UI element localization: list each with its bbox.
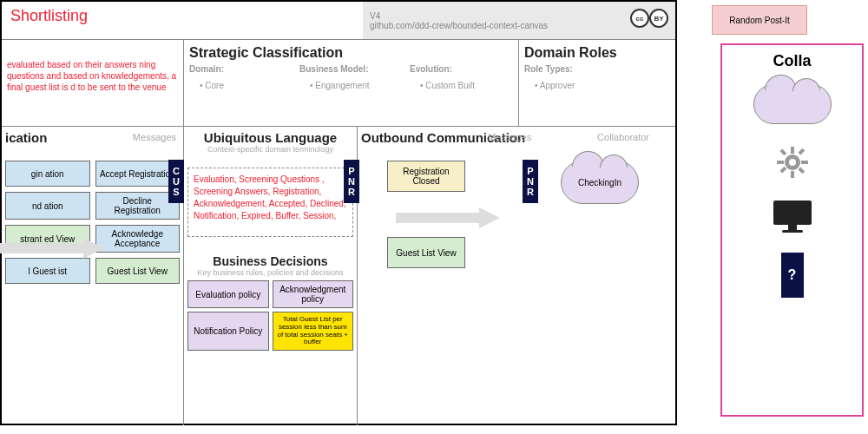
model-label: Business Model: <box>299 64 403 74</box>
classification-row: evaluated based on their answers ning qu… <box>2 40 675 127</box>
card-guest-list[interactable]: l Guest ist <box>5 258 90 284</box>
business-decisions-grid: Evaluation policy Acknowledgment policy … <box>187 280 353 351</box>
evolution-label: Evolution: <box>410 64 513 74</box>
meta-box: V4 github.com/ddd-crew/bounded-context-c… <box>363 2 675 39</box>
collaborator-checkingin[interactable]: CheckingIn <box>561 161 639 204</box>
outbound-area: Registration Closed Guest List View Chec… <box>361 161 672 268</box>
inbound-column: ication Messages gin ation Accept Regist… <box>2 127 184 425</box>
collab-panel-title: Colla <box>729 52 855 70</box>
svg-rect-5 <box>779 148 786 155</box>
svg-rect-7 <box>798 148 805 155</box>
ubiq-terms: Evaluation, Screening Questions , Screen… <box>187 168 353 237</box>
svg-point-9 <box>789 159 796 166</box>
card-guest-list-view[interactable]: Guest List View <box>95 258 181 284</box>
evolution-value: Custom Built <box>420 81 513 90</box>
business-decisions-title: Business Decisions <box>187 254 353 268</box>
monitor-icon <box>773 201 812 232</box>
outbound-arrow-icon <box>396 207 500 228</box>
gear-icon <box>775 145 810 180</box>
meta-text: V4 github.com/ddd-crew/bounded-context-c… <box>370 11 548 30</box>
domain-label: Domain: <box>189 64 293 74</box>
cus-bar: CUS <box>168 160 184 203</box>
description-box: evaluated based on their answers ning qu… <box>2 40 184 126</box>
cloud-icon <box>753 84 832 124</box>
domain-roles: Domain Roles Role Types: Approver <box>519 40 675 126</box>
description-text: evaluated based on their answers ning qu… <box>7 59 178 93</box>
collaborator-panel: Colla ? <box>720 43 864 417</box>
inbound-title: ication <box>5 130 47 145</box>
inbound-cards: gin ation Accept Registration nd ation D… <box>5 161 180 284</box>
ubiquitous-language-column: Ubiquitous Language Context-specific dom… <box>184 127 358 425</box>
question-box: ? <box>781 253 804 298</box>
card-acknowledge-acceptance[interactable]: Acknowledge Acceptance <box>95 225 181 253</box>
collaborator-label: Collaborator <box>597 132 649 142</box>
svg-rect-6 <box>798 167 805 174</box>
svg-rect-8 <box>779 167 786 174</box>
outbound-column: Outbound Communication Messages Collabor… <box>358 127 675 425</box>
card-notification-policy[interactable]: Notification Policy <box>187 312 269 351</box>
pnr-bar-1: PNR <box>344 160 359 203</box>
card-begin-registration[interactable]: gin ation <box>5 161 90 187</box>
source-url: github.com/ddd-crew/bounded-context-canv… <box>370 21 548 30</box>
outbound-messages-label: Messages <box>488 132 531 142</box>
bounded-context-canvas: Shortlisting V4 github.com/ddd-crew/boun… <box>0 0 677 425</box>
card-evaluation-policy[interactable]: Evaluation policy <box>187 280 269 308</box>
main-area: CUS PNR PNR ication Messages gin ation A… <box>2 127 675 425</box>
cc-license-icon: cc BY <box>630 9 668 28</box>
ubiq-subtitle: Context-specific domain terminology <box>187 145 353 154</box>
svg-rect-2 <box>791 171 794 178</box>
model-value: Engangement <box>310 81 403 90</box>
card-end-registration[interactable]: nd ation <box>5 192 90 220</box>
card-decline-registration[interactable]: Decline Registration <box>95 192 181 220</box>
icon-column: ? <box>729 84 855 298</box>
ubiq-title: Ubiquitous Language <box>187 130 353 145</box>
version-label: V4 <box>370 11 548 21</box>
business-decisions-subtitle: Key business rules, policies and decisio… <box>187 268 353 277</box>
strat-title: Strategic Classification <box>189 45 513 61</box>
title-box: Shortlisting <box>2 2 363 39</box>
strategic-classification: Strategic Classification Domain: Core Bu… <box>184 40 519 126</box>
card-buffer-rule[interactable]: Total Guest List per session less than s… <box>273 312 354 351</box>
role-approver: Approver <box>535 81 670 90</box>
domain-value: Core <box>200 81 293 90</box>
strat-columns: Domain: Core Business Model: Engangement… <box>189 64 513 90</box>
inbound-messages-label: Messages <box>133 132 176 142</box>
header-row: Shortlisting V4 github.com/ddd-crew/boun… <box>2 2 675 40</box>
role-types-label: Role Types: <box>524 64 670 74</box>
card-acknowledgment-policy[interactable]: Acknowledgment policy <box>273 280 354 308</box>
pnr-bar-2: PNR <box>523 160 538 203</box>
svg-rect-1 <box>791 147 794 154</box>
svg-rect-4 <box>801 161 808 164</box>
svg-rect-3 <box>777 161 784 164</box>
random-postit[interactable]: Random Post-It <box>712 5 807 35</box>
card-registration-closed[interactable]: Registration Closed <box>387 161 465 192</box>
roles-title: Domain Roles <box>524 45 670 61</box>
card-guest-list-view-out[interactable]: Guest List View <box>387 237 465 268</box>
canvas-title: Shortlisting <box>10 7 354 25</box>
card-accept-registration[interactable]: Accept Registration <box>95 161 181 187</box>
